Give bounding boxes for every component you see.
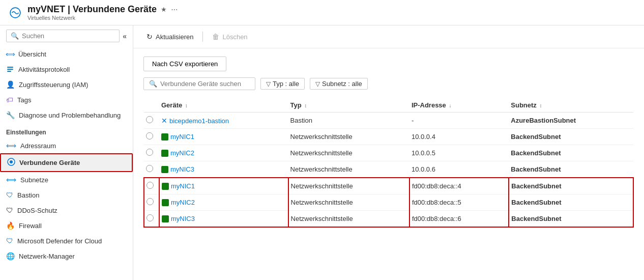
device-name-link[interactable]: myNIC1 bbox=[171, 182, 195, 190]
radio-cell[interactable] bbox=[144, 211, 159, 228]
radio-cell[interactable] bbox=[144, 178, 159, 194]
iam-icon: 👤 bbox=[6, 80, 15, 89]
device-subnet-cell: BackendSubnet bbox=[509, 211, 633, 228]
nav-item-tags[interactable]: 🏷 Tags bbox=[0, 92, 133, 107]
delete-icon: 🗑 bbox=[212, 33, 219, 41]
header-icon bbox=[8, 6, 22, 20]
table-row: myNIC1 Netzwerkschnittstelle 10.0.0.4 Ba… bbox=[144, 129, 633, 145]
table-row: myNIC3 Netzwerkschnittstelle fd00:db8:de… bbox=[144, 211, 633, 228]
more-icon[interactable]: ··· bbox=[171, 5, 178, 14]
radio-cell[interactable] bbox=[144, 145, 159, 161]
nav-label-firewall: Firewall bbox=[19, 222, 42, 230]
nav-item-firewall[interactable]: 🔥 Firewall bbox=[0, 218, 133, 233]
filter-chip-subnetz[interactable]: ▽ Subnetz : alle bbox=[310, 78, 368, 90]
row-radio[interactable] bbox=[146, 132, 153, 139]
header: myVNET | Verbundene Geräte ★ ··· Virtuel… bbox=[0, 0, 644, 25]
nav-item-ddos[interactable]: 🛡 DDoS-Schutz bbox=[0, 203, 133, 218]
device-ip-cell: - bbox=[409, 113, 509, 129]
device-type-cell: Netzwerkschnittstelle bbox=[288, 194, 409, 211]
device-name-link[interactable]: myNIC3 bbox=[170, 165, 194, 173]
refresh-button[interactable]: ↻ Aktualisieren bbox=[143, 31, 196, 43]
nic-row-icon bbox=[161, 150, 168, 157]
nav-item-uebersicht[interactable]: ⟺ Übersicht bbox=[0, 46, 133, 62]
nic-row-icon bbox=[162, 215, 169, 222]
section-label-einstellungen: Einstellungen bbox=[0, 123, 133, 138]
radio-cell[interactable] bbox=[144, 129, 159, 145]
device-name-link[interactable]: bicepdemo1-bastion bbox=[169, 117, 229, 125]
table-row: myNIC2 Netzwerkschnittstelle 10.0.0.5 Ba… bbox=[144, 145, 633, 161]
col-typ[interactable]: Typ ↕ bbox=[288, 98, 409, 113]
radio-cell[interactable] bbox=[144, 194, 159, 211]
nav-label-netzwerk: Netzwerk-Manager bbox=[19, 253, 75, 260]
nav-label-uebersicht: Übersicht bbox=[18, 50, 46, 58]
device-name-cell: myNIC3 bbox=[159, 211, 288, 228]
nav-item-bastion[interactable]: 🛡 Bastion bbox=[0, 187, 133, 203]
tag-icon: 🏷 bbox=[6, 96, 13, 104]
row-radio[interactable] bbox=[146, 149, 153, 156]
col-subnetz[interactable]: Subnetz ↕ bbox=[509, 98, 633, 113]
log-icon bbox=[6, 65, 14, 73]
row-radio[interactable] bbox=[147, 182, 154, 189]
nav-item-netzwerk-manager[interactable]: 🌐 Netzwerk-Manager bbox=[0, 248, 133, 264]
nav-label-subnetze: Subnetze bbox=[20, 176, 48, 184]
nav-label-iam: Zugriffssteuerung (IAM) bbox=[19, 81, 88, 89]
nav-item-subnetze[interactable]: ⟺ Subnetze bbox=[0, 172, 133, 187]
row-radio[interactable] bbox=[147, 214, 154, 221]
nav-item-adressraum[interactable]: ⟺ Adressraum bbox=[0, 138, 133, 153]
device-ip-cell: fd00:db8:deca::5 bbox=[409, 194, 509, 211]
device-name-link[interactable]: myNIC1 bbox=[170, 133, 194, 141]
connected-icon bbox=[7, 158, 15, 167]
nav-label-adressraum: Adressraum bbox=[20, 142, 56, 150]
device-type-cell: Netzwerkschnittstelle bbox=[288, 211, 409, 228]
device-name-cell: myNIC1 bbox=[159, 178, 288, 194]
nav-item-verbundene-geraete[interactable]: Verbundene Geräte bbox=[0, 153, 133, 172]
radio-cell[interactable] bbox=[144, 161, 159, 178]
nic-row-icon bbox=[162, 199, 169, 206]
filter-chip-typ[interactable]: ▽ Typ : alle bbox=[260, 78, 305, 90]
col-geraete[interactable]: Geräte ↕ bbox=[159, 98, 288, 113]
nav-item-aktivitaet[interactable]: Aktivitätsprotokoll bbox=[0, 62, 133, 77]
bastion-row-icon: ✕ bbox=[161, 117, 167, 125]
search-box[interactable]: 🔍 bbox=[6, 30, 120, 42]
device-subnet-cell: BackendSubnet bbox=[509, 161, 633, 178]
ddos-icon: 🛡 bbox=[6, 206, 13, 214]
nav-label-bastion: Bastion bbox=[17, 191, 39, 199]
radio-cell[interactable] bbox=[144, 113, 159, 129]
device-name-cell: myNIC2 bbox=[159, 194, 288, 211]
content-area: Nach CSV exportieren 🔍 ▽ Typ : alle ▽ Su… bbox=[133, 48, 644, 236]
search-input[interactable] bbox=[22, 32, 115, 40]
sort-subnetz-icon: ↕ bbox=[539, 103, 542, 108]
star-icon[interactable]: ★ bbox=[161, 6, 167, 13]
export-csv-button[interactable]: Nach CSV exportieren bbox=[143, 57, 226, 71]
col-ip[interactable]: IP-Adresse ↓ bbox=[409, 98, 509, 113]
device-subnet-cell: BackendSubnet bbox=[509, 194, 633, 211]
device-type-cell: Netzwerkschnittstelle bbox=[288, 145, 409, 161]
row-radio[interactable] bbox=[146, 165, 153, 172]
table-row: myNIC1 Netzwerkschnittstelle fd00:db8:de… bbox=[144, 178, 633, 194]
device-name-link[interactable]: myNIC3 bbox=[171, 215, 195, 222]
svg-point-5 bbox=[10, 160, 13, 163]
filter-search-icon: 🔍 bbox=[149, 80, 157, 88]
svg-rect-2 bbox=[7, 69, 13, 70]
nav-item-defender[interactable]: 🛡 Microsoft Defender for Cloud bbox=[0, 233, 133, 248]
nav-item-iam[interactable]: 👤 Zugriffssteuerung (IAM) bbox=[0, 77, 133, 92]
row-radio[interactable] bbox=[146, 116, 153, 123]
device-ip-cell: 10.0.0.5 bbox=[409, 145, 509, 161]
main-layout: 🔍 « ⟺ Übersicht Aktivitätsprotokoll 👤 Zu… bbox=[0, 25, 644, 280]
nav-label-verbundene: Verbundene Geräte bbox=[19, 159, 80, 166]
nav-item-diagnose[interactable]: 🔧 Diagnose und Problembehandlung bbox=[0, 107, 133, 123]
device-name-link[interactable]: myNIC2 bbox=[171, 199, 195, 206]
header-subtitle: Virtuelles Netzwerk bbox=[27, 15, 178, 21]
filter-row: 🔍 ▽ Typ : alle ▽ Subnetz : alle bbox=[143, 77, 634, 90]
collapse-icon[interactable]: « bbox=[123, 32, 127, 40]
nav-label-ddos: DDoS-Schutz bbox=[17, 207, 57, 214]
toolbar-divider bbox=[202, 32, 203, 42]
device-name-cell: myNIC1 bbox=[159, 129, 288, 145]
sort-geraete-icon: ↕ bbox=[185, 103, 188, 108]
search-filter-box[interactable]: 🔍 bbox=[143, 77, 255, 90]
delete-button[interactable]: 🗑 Löschen bbox=[209, 31, 250, 43]
device-name-link[interactable]: myNIC2 bbox=[170, 149, 194, 157]
device-search-input[interactable] bbox=[160, 80, 250, 88]
subnet-icon: ⟺ bbox=[6, 176, 16, 184]
row-radio[interactable] bbox=[147, 198, 154, 205]
